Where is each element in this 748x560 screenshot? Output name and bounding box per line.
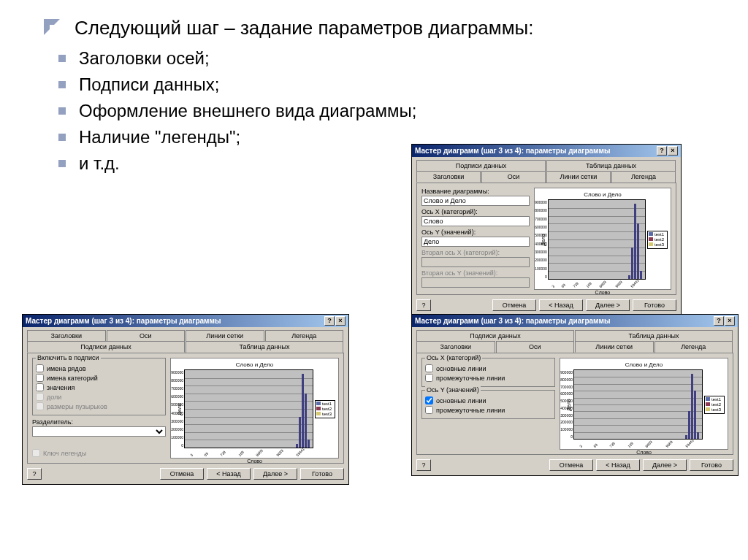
y-main-lines-checkbox[interactable] [425,396,433,404]
help-button-icon[interactable]: ? [324,316,335,326]
y2-axis-input [421,277,530,288]
x2-axis-input [421,257,530,267]
help-button-icon[interactable]: ? [657,146,667,156]
main-bullet: Следующий шаг – задание параметров диагр… [44,15,726,41]
chart-preview: Слово и Дело Дело 9000008000007000006000… [534,188,671,290]
bullet-square-icon [44,19,60,35]
y-axis-label: Ось Y (значений): [421,229,530,236]
category-names-checkbox[interactable] [36,374,44,382]
next-button[interactable]: Далее > [253,468,297,480]
main-bullet-text: Следующий шаг – задание параметров диагр… [75,15,533,41]
chart-wizard-dialog-labels: Мастер диаграмм (шаг 3 из 4): параметры … [22,314,349,485]
include-group-title: Включить в подписи [36,354,101,361]
dialog-title: Мастер диаграмм (шаг 3 из 4): параметры … [26,317,221,325]
tab-gridlines[interactable]: Линии сетки [546,171,611,183]
tab-legend[interactable]: Легенда [611,171,676,183]
help-button[interactable]: ? [27,468,42,480]
x-inter-lines-checkbox[interactable] [425,374,433,382]
chart-wizard-dialog-headers: Мастер диаграмм (шаг 3 из 4): параметры … [411,144,682,316]
bubble-sizes-checkbox [36,402,44,410]
tab-table[interactable]: Таблица данных [546,160,676,171]
tab-legend[interactable]: Легенда [265,330,344,341]
tab-labels[interactable]: Подписи данных [416,330,574,341]
bullet-icon [58,107,66,115]
finish-button[interactable]: Готово [690,459,733,471]
sub-bullet: Оформление внешнего вида диаграммы; [58,101,726,121]
chart-wizard-dialog-gridlines: Мастер диаграмм (шаг 3 из 4): параметры … [411,314,739,476]
close-button-icon[interactable]: × [335,316,346,326]
dialog-title: Мастер диаграмм (шаг 3 из 4): параметры … [415,147,610,155]
tab-gridlines[interactable]: Линии сетки [575,341,654,353]
titlebar: Мастер диаграмм (шаг 3 из 4): параметры … [23,315,348,327]
back-button[interactable]: < Назад [596,459,640,471]
y2-axis-label: Вторая ось Y (значений): [421,269,530,277]
tab-headers[interactable]: Заголовки [416,341,495,353]
bullet-icon [58,81,66,88]
y-group-title: Ось Y (значений) [425,386,481,394]
next-button[interactable]: Далее > [643,459,687,471]
next-button[interactable]: Далее > [586,299,630,311]
tab-axes[interactable]: Оси [496,341,575,353]
cancel-button[interactable]: Отмена [160,468,204,480]
x2-axis-label: Вторая ось X (категорий): [421,249,530,256]
titlebar: Мастер диаграмм (шаг 3 из 4): параметры … [412,145,681,157]
tab-labels[interactable]: Подписи данных [416,160,546,171]
x-axis-label: Ось X (категорий): [421,208,530,215]
series-names-checkbox[interactable] [36,364,44,372]
back-button[interactable]: < Назад [539,299,583,311]
titlebar: Мастер диаграмм (шаг 3 из 4): параметры … [412,315,738,327]
tab-legend[interactable]: Легенда [654,341,733,353]
tab-headers[interactable]: Заголовки [27,330,106,341]
tab-labels[interactable]: Подписи данных [27,341,185,353]
values-checkbox[interactable] [36,383,44,391]
sub-bullet: Заголовки осей; [58,48,726,69]
tab-headers[interactable]: Заголовки [416,171,481,183]
tab-table[interactable]: Таблица данных [575,330,733,341]
y-inter-lines-checkbox[interactable] [425,406,433,414]
cancel-button[interactable]: Отмена [492,299,536,311]
tab-gridlines[interactable]: Линии сетки [186,330,264,341]
help-button[interactable]: ? [416,459,431,471]
chart-title-label: Название диаграммы: [421,188,530,195]
help-button-icon[interactable]: ? [714,316,724,326]
legend-key-checkbox [32,449,40,457]
close-button-icon[interactable]: × [725,316,735,326]
finish-button[interactable]: Готово [300,468,344,480]
cancel-button[interactable]: Отмена [549,459,593,471]
x-group-title: Ось X (категорий) [425,354,482,361]
x-main-lines-checkbox[interactable] [425,364,433,372]
bullet-icon [58,55,66,62]
dialog-title: Мастер диаграмм (шаг 3 из 4): параметры … [415,317,610,325]
percents-checkbox [36,393,44,401]
separator-select[interactable] [32,426,166,437]
back-button[interactable]: < Назад [207,468,251,480]
close-button-icon[interactable]: × [668,146,678,156]
finish-button[interactable]: Готово [633,299,676,311]
y-axis-input[interactable] [421,237,530,247]
bullet-icon [58,160,66,167]
separator-label: Разделитель: [32,418,166,426]
sub-bullet: Подписи данных; [58,74,726,95]
chart-title-input[interactable] [421,196,530,206]
x-axis-input[interactable] [421,216,530,226]
help-button[interactable]: ? [416,299,431,311]
chart-preview: Слово и Дело Дело 9000008000007000006000… [170,358,339,459]
bullet-icon [58,134,66,141]
tab-table[interactable]: Таблица данных [186,341,343,353]
tab-axes[interactable]: Оси [107,330,186,341]
chart-preview: Слово и Дело Дело 9000008000007000006000… [560,358,728,450]
tab-axes[interactable]: Оси [481,171,546,183]
